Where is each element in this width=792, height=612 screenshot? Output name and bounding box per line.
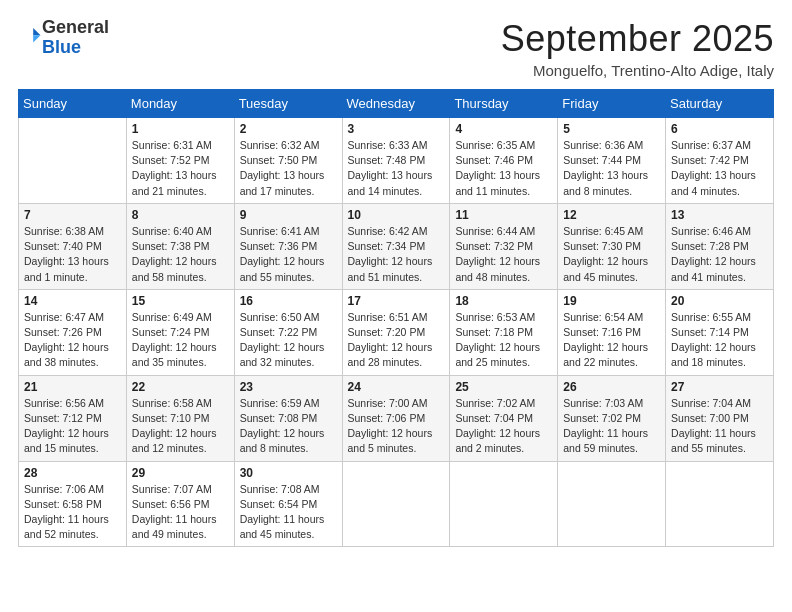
day-info: Sunrise: 6:47 AMSunset: 7:26 PMDaylight:… <box>24 310 121 371</box>
day-number: 11 <box>455 208 552 222</box>
day-number: 23 <box>240 380 337 394</box>
table-row: 2Sunrise: 6:32 AMSunset: 7:50 PMDaylight… <box>234 118 342 204</box>
day-info: Sunrise: 6:37 AMSunset: 7:42 PMDaylight:… <box>671 138 768 199</box>
table-row: 16Sunrise: 6:50 AMSunset: 7:22 PMDayligh… <box>234 289 342 375</box>
col-monday: Monday <box>126 90 234 118</box>
table-row: 15Sunrise: 6:49 AMSunset: 7:24 PMDayligh… <box>126 289 234 375</box>
day-number: 10 <box>348 208 445 222</box>
day-number: 2 <box>240 122 337 136</box>
day-info: Sunrise: 6:59 AMSunset: 7:08 PMDaylight:… <box>240 396 337 457</box>
day-number: 29 <box>132 466 229 480</box>
calendar-week-row: 1Sunrise: 6:31 AMSunset: 7:52 PMDaylight… <box>19 118 774 204</box>
day-number: 27 <box>671 380 768 394</box>
day-info: Sunrise: 6:32 AMSunset: 7:50 PMDaylight:… <box>240 138 337 199</box>
table-row: 18Sunrise: 6:53 AMSunset: 7:18 PMDayligh… <box>450 289 558 375</box>
day-number: 25 <box>455 380 552 394</box>
day-info: Sunrise: 6:36 AMSunset: 7:44 PMDaylight:… <box>563 138 660 199</box>
table-row: 9Sunrise: 6:41 AMSunset: 7:36 PMDaylight… <box>234 203 342 289</box>
day-number: 4 <box>455 122 552 136</box>
day-number: 20 <box>671 294 768 308</box>
col-sunday: Sunday <box>19 90 127 118</box>
day-info: Sunrise: 6:38 AMSunset: 7:40 PMDaylight:… <box>24 224 121 285</box>
day-number: 18 <box>455 294 552 308</box>
day-info: Sunrise: 6:51 AMSunset: 7:20 PMDaylight:… <box>348 310 445 371</box>
day-info: Sunrise: 7:04 AMSunset: 7:00 PMDaylight:… <box>671 396 768 457</box>
day-info: Sunrise: 6:33 AMSunset: 7:48 PMDaylight:… <box>348 138 445 199</box>
day-number: 12 <box>563 208 660 222</box>
table-row: 24Sunrise: 7:00 AMSunset: 7:06 PMDayligh… <box>342 375 450 461</box>
table-row: 7Sunrise: 6:38 AMSunset: 7:40 PMDaylight… <box>19 203 127 289</box>
col-friday: Friday <box>558 90 666 118</box>
logo-blue-text: Blue <box>42 37 81 57</box>
day-number: 15 <box>132 294 229 308</box>
table-row: 19Sunrise: 6:54 AMSunset: 7:16 PMDayligh… <box>558 289 666 375</box>
day-info: Sunrise: 6:58 AMSunset: 7:10 PMDaylight:… <box>132 396 229 457</box>
day-info: Sunrise: 6:49 AMSunset: 7:24 PMDaylight:… <box>132 310 229 371</box>
logo-general-text: General <box>42 17 109 37</box>
day-number: 17 <box>348 294 445 308</box>
day-number: 3 <box>348 122 445 136</box>
day-info: Sunrise: 6:50 AMSunset: 7:22 PMDaylight:… <box>240 310 337 371</box>
page-header: General Blue September 2025 Monguelfo, T… <box>18 18 774 79</box>
table-row <box>450 461 558 547</box>
table-row: 30Sunrise: 7:08 AMSunset: 6:54 PMDayligh… <box>234 461 342 547</box>
col-saturday: Saturday <box>666 90 774 118</box>
day-number: 28 <box>24 466 121 480</box>
table-row <box>342 461 450 547</box>
day-info: Sunrise: 6:53 AMSunset: 7:18 PMDaylight:… <box>455 310 552 371</box>
table-row <box>666 461 774 547</box>
day-info: Sunrise: 6:54 AMSunset: 7:16 PMDaylight:… <box>563 310 660 371</box>
col-tuesday: Tuesday <box>234 90 342 118</box>
col-thursday: Thursday <box>450 90 558 118</box>
month-title: September 2025 <box>501 18 774 60</box>
table-row: 8Sunrise: 6:40 AMSunset: 7:38 PMDaylight… <box>126 203 234 289</box>
table-row: 3Sunrise: 6:33 AMSunset: 7:48 PMDaylight… <box>342 118 450 204</box>
day-info: Sunrise: 6:46 AMSunset: 7:28 PMDaylight:… <box>671 224 768 285</box>
day-number: 14 <box>24 294 121 308</box>
table-row <box>558 461 666 547</box>
day-info: Sunrise: 7:03 AMSunset: 7:02 PMDaylight:… <box>563 396 660 457</box>
location-title: Monguelfo, Trentino-Alto Adige, Italy <box>501 62 774 79</box>
day-info: Sunrise: 7:08 AMSunset: 6:54 PMDaylight:… <box>240 482 337 543</box>
table-row: 27Sunrise: 7:04 AMSunset: 7:00 PMDayligh… <box>666 375 774 461</box>
table-row: 21Sunrise: 6:56 AMSunset: 7:12 PMDayligh… <box>19 375 127 461</box>
table-row: 4Sunrise: 6:35 AMSunset: 7:46 PMDaylight… <box>450 118 558 204</box>
table-row: 17Sunrise: 6:51 AMSunset: 7:20 PMDayligh… <box>342 289 450 375</box>
day-info: Sunrise: 6:42 AMSunset: 7:34 PMDaylight:… <box>348 224 445 285</box>
table-row <box>19 118 127 204</box>
calendar-week-row: 14Sunrise: 6:47 AMSunset: 7:26 PMDayligh… <box>19 289 774 375</box>
day-number: 5 <box>563 122 660 136</box>
day-number: 22 <box>132 380 229 394</box>
logo-icon <box>20 25 42 47</box>
day-info: Sunrise: 7:07 AMSunset: 6:56 PMDaylight:… <box>132 482 229 543</box>
logo: General Blue <box>18 18 109 58</box>
table-row: 1Sunrise: 6:31 AMSunset: 7:52 PMDaylight… <box>126 118 234 204</box>
day-info: Sunrise: 6:31 AMSunset: 7:52 PMDaylight:… <box>132 138 229 199</box>
svg-marker-0 <box>33 28 40 35</box>
col-wednesday: Wednesday <box>342 90 450 118</box>
day-number: 24 <box>348 380 445 394</box>
day-number: 7 <box>24 208 121 222</box>
calendar-week-row: 28Sunrise: 7:06 AMSunset: 6:58 PMDayligh… <box>19 461 774 547</box>
day-info: Sunrise: 6:45 AMSunset: 7:30 PMDaylight:… <box>563 224 660 285</box>
table-row: 26Sunrise: 7:03 AMSunset: 7:02 PMDayligh… <box>558 375 666 461</box>
table-row: 23Sunrise: 6:59 AMSunset: 7:08 PMDayligh… <box>234 375 342 461</box>
day-number: 16 <box>240 294 337 308</box>
day-info: Sunrise: 6:35 AMSunset: 7:46 PMDaylight:… <box>455 138 552 199</box>
table-row: 12Sunrise: 6:45 AMSunset: 7:30 PMDayligh… <box>558 203 666 289</box>
calendar-header-row: Sunday Monday Tuesday Wednesday Thursday… <box>19 90 774 118</box>
table-row: 20Sunrise: 6:55 AMSunset: 7:14 PMDayligh… <box>666 289 774 375</box>
day-info: Sunrise: 6:44 AMSunset: 7:32 PMDaylight:… <box>455 224 552 285</box>
day-number: 1 <box>132 122 229 136</box>
day-info: Sunrise: 6:55 AMSunset: 7:14 PMDaylight:… <box>671 310 768 371</box>
day-number: 13 <box>671 208 768 222</box>
calendar-table: Sunday Monday Tuesday Wednesday Thursday… <box>18 89 774 547</box>
day-number: 9 <box>240 208 337 222</box>
table-row: 10Sunrise: 6:42 AMSunset: 7:34 PMDayligh… <box>342 203 450 289</box>
table-row: 13Sunrise: 6:46 AMSunset: 7:28 PMDayligh… <box>666 203 774 289</box>
day-number: 8 <box>132 208 229 222</box>
day-info: Sunrise: 6:41 AMSunset: 7:36 PMDaylight:… <box>240 224 337 285</box>
day-number: 6 <box>671 122 768 136</box>
day-number: 21 <box>24 380 121 394</box>
day-info: Sunrise: 7:06 AMSunset: 6:58 PMDaylight:… <box>24 482 121 543</box>
